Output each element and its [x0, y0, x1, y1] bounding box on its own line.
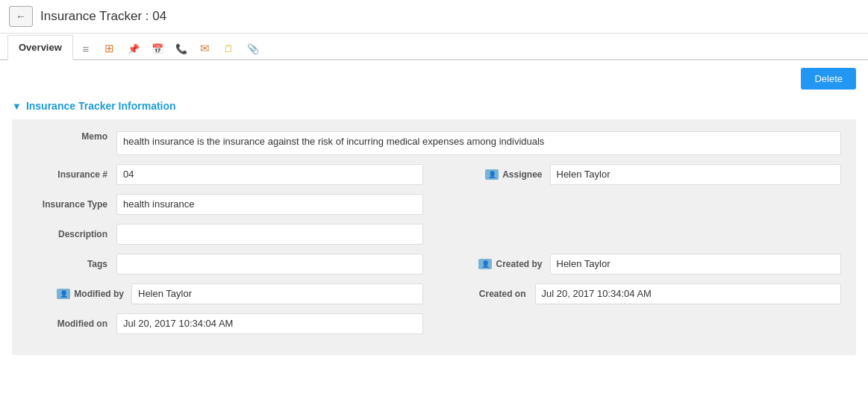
pin-icon [128, 43, 140, 54]
created-on-label: Created on [446, 289, 535, 299]
tab-phone[interactable] [170, 38, 193, 59]
insurance-type-value: health insurance [116, 194, 423, 215]
spacer-right-3 [446, 313, 842, 343]
section-header[interactable]: ▼ Insurance Tracker Information [0, 97, 868, 119]
modified-on-value: Jul 20, 2017 10:34:04 AM [116, 313, 423, 334]
page-header: ← Insurance Tracker : 04 [0, 0, 868, 34]
memo-value: health insurance is the insurance agains… [116, 131, 841, 155]
tags-row: Tags [27, 254, 423, 274]
tab-pin[interactable] [122, 38, 145, 59]
description-value [116, 224, 423, 245]
calendar-icon [152, 43, 163, 54]
assignee-label: 👤 Assignee [446, 169, 550, 180]
tabs-bar: Overview [0, 34, 868, 60]
email-icon [200, 42, 210, 55]
tags-value [116, 254, 423, 274]
tab-attach[interactable] [242, 38, 264, 59]
modified-by-row: 👤 Modified by Helen Taylor [27, 283, 423, 304]
table-icon [104, 42, 114, 55]
created-on-row: Created on Jul 20, 2017 10:34:04 AM [446, 283, 842, 304]
spacer-right-2 [446, 224, 842, 254]
back-button[interactable]: ← [9, 6, 33, 27]
created-by-label: 👤 Created by [446, 259, 550, 269]
modified-by-label: 👤 Modified by [27, 289, 131, 299]
tab-calendar[interactable] [146, 38, 169, 59]
modified-by-value: Helen Taylor [131, 283, 423, 304]
insurance-type-row: Insurance Type health insurance [27, 194, 423, 215]
memo-label: Memo [27, 131, 116, 142]
description-row: Description [27, 224, 423, 245]
form-grid: Insurance # 04 👤 Assignee Helen Taylor I… [27, 164, 841, 343]
modified-on-label: Modified on [27, 319, 116, 329]
tab-note[interactable] [218, 38, 240, 59]
assignee-icon: 👤 [485, 169, 499, 180]
assignee-value: Helen Taylor [550, 164, 842, 185]
page-title: Insurance Tracker : 04 [40, 9, 166, 24]
chevron-icon: ▼ [12, 101, 22, 112]
created-by-row: 👤 Created by Helen Taylor [446, 254, 842, 274]
modified-on-row: Modified on Jul 20, 2017 10:34:04 AM [27, 313, 423, 334]
tab-email[interactable] [194, 38, 216, 59]
section-title: Insurance Tracker Information [26, 100, 176, 112]
tab-overview[interactable]: Overview [7, 35, 73, 60]
modified-by-icon: 👤 [57, 289, 70, 299]
memo-row: Memo health insurance is the insurance a… [27, 131, 841, 155]
description-label: Description [27, 229, 116, 239]
delete-button[interactable]: Delete [801, 68, 856, 90]
insurance-num-value: 04 [116, 164, 423, 185]
tags-label: Tags [27, 259, 116, 269]
tab-table[interactable] [99, 38, 121, 59]
attach-icon [247, 43, 259, 54]
note-icon [224, 43, 234, 54]
form-container: Memo health insurance is the insurance a… [12, 119, 856, 355]
phone-icon [175, 43, 187, 54]
assignee-row: 👤 Assignee Helen Taylor [446, 164, 842, 185]
created-by-value: Helen Taylor [550, 254, 842, 274]
insurance-num-row: Insurance # 04 [27, 164, 423, 185]
list-icon [82, 43, 89, 55]
toolbar: Delete [0, 60, 868, 97]
created-on-value: Jul 20, 2017 10:34:04 AM [535, 283, 842, 304]
spacer-right-1 [446, 194, 842, 224]
created-by-icon: 👤 [478, 259, 492, 269]
insurance-type-label: Insurance Type [27, 199, 116, 210]
insurance-num-label: Insurance # [27, 169, 116, 180]
tab-list[interactable] [75, 38, 97, 59]
